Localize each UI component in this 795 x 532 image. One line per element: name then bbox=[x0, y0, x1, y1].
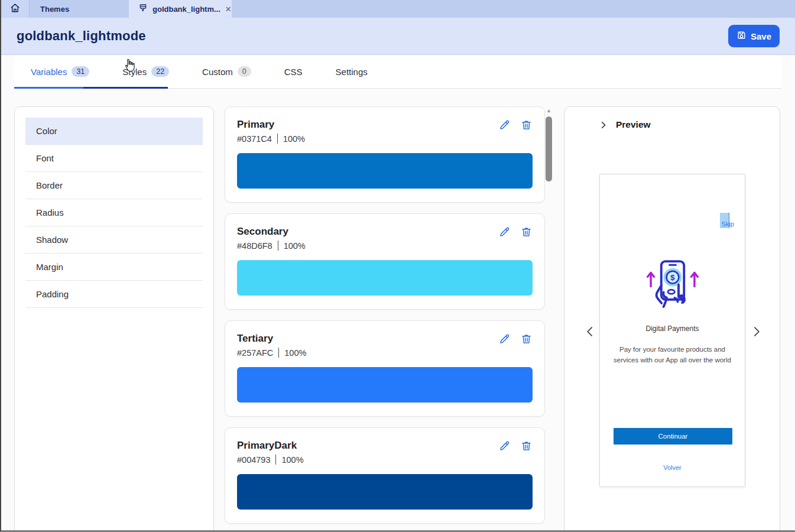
pencil-icon bbox=[498, 445, 511, 454]
edit-color-button[interactable] bbox=[498, 226, 511, 238]
category-item-padding[interactable]: Padding bbox=[25, 281, 203, 308]
tab-variables-label: Variables bbox=[31, 67, 67, 77]
color-opacity: 100% bbox=[284, 241, 306, 251]
page-header: goldbank_lightmode Save bbox=[1, 18, 795, 55]
color-swatch bbox=[237, 260, 533, 296]
category-label: Padding bbox=[36, 289, 69, 299]
color-name: PrimaryDark bbox=[237, 440, 304, 452]
editor-tab-strip: Variables 31 Styles 22 Custom 0 CSS Sett… bbox=[14, 55, 782, 89]
delete-color-button[interactable] bbox=[520, 440, 533, 452]
color-opacity: 100% bbox=[284, 348, 306, 358]
tab-styles[interactable]: Styles 22 bbox=[106, 55, 186, 88]
continuar-button[interactable]: Continuar bbox=[614, 428, 732, 445]
preview-title: Preview bbox=[616, 119, 651, 130]
divider bbox=[278, 348, 279, 358]
color-card-tertiary: Tertiary #257AFC100% bbox=[225, 320, 545, 417]
color-name: Secondary bbox=[237, 226, 306, 238]
tab-settings-label: Settings bbox=[336, 67, 368, 77]
tab-goldbank-lightmode[interactable]: goldbank_lightm... ✕ bbox=[130, 0, 232, 18]
trash-icon bbox=[520, 445, 533, 454]
delete-color-button[interactable] bbox=[520, 226, 533, 238]
category-item-color[interactable]: Color bbox=[25, 118, 203, 145]
browser-tab-bar: Themes goldbank_lightm... ✕ bbox=[1, 0, 795, 18]
preview-phone-screen: Skip $ Digital Payments Pay for your fav… bbox=[599, 174, 745, 487]
paintbrush-icon bbox=[138, 4, 148, 15]
color-swatch bbox=[237, 474, 533, 510]
tab-variables[interactable]: Variables 31 bbox=[14, 55, 106, 88]
skip-link-wrap: Skip bbox=[722, 218, 734, 229]
home-button[interactable] bbox=[1, 0, 30, 18]
active-tab-indicator bbox=[14, 87, 168, 89]
tab-themes[interactable]: Themes bbox=[30, 0, 130, 18]
category-item-shadow[interactable]: Shadow bbox=[25, 226, 203, 254]
category-item-border[interactable]: Border bbox=[25, 172, 203, 199]
style-category-list: Color Font Border Radius Shadow Margin P… bbox=[14, 106, 214, 532]
tab-variables-badge: 31 bbox=[72, 66, 89, 77]
category-label: Font bbox=[36, 153, 54, 163]
color-hex: #257AFC bbox=[237, 348, 273, 358]
save-button[interactable]: Save bbox=[728, 25, 780, 47]
delete-color-button[interactable] bbox=[520, 333, 533, 345]
preview-screen-title: Digital Payments bbox=[600, 325, 745, 333]
color-opacity: 100% bbox=[281, 455, 303, 465]
active-tab-label: goldbank_lightm... bbox=[152, 5, 220, 14]
color-value: #0371C4100% bbox=[237, 134, 305, 144]
edit-color-button[interactable] bbox=[498, 440, 511, 452]
preview-screen-description: Pay for your favourite products and serv… bbox=[612, 345, 733, 366]
save-floppy-icon bbox=[736, 30, 747, 42]
color-name: Tertiary bbox=[237, 333, 306, 345]
category-label: Color bbox=[36, 126, 57, 136]
color-hex: #0371C4 bbox=[237, 134, 272, 144]
color-card-secondary: Secondary #48D6F8100% bbox=[225, 213, 545, 310]
divider bbox=[277, 134, 278, 144]
trash-icon bbox=[520, 338, 533, 347]
color-card-primarydark: PrimaryDark #004793100% bbox=[225, 427, 545, 524]
trash-icon bbox=[520, 231, 533, 240]
category-label: Border bbox=[36, 180, 63, 190]
color-hex: #48D6F8 bbox=[237, 241, 272, 251]
save-button-label: Save bbox=[751, 31, 771, 41]
skip-link[interactable]: Skip bbox=[722, 220, 734, 228]
pencil-icon bbox=[498, 338, 511, 347]
color-opacity: 100% bbox=[283, 134, 305, 144]
color-name: Primary bbox=[237, 119, 305, 131]
edit-color-button[interactable] bbox=[498, 333, 511, 345]
volver-link[interactable]: Volver bbox=[600, 464, 745, 471]
tab-custom-label: Custom bbox=[202, 67, 233, 77]
tab-themes-label: Themes bbox=[40, 5, 69, 14]
vertical-scrollbar[interactable]: ▲ bbox=[546, 108, 552, 532]
carousel-prev-button[interactable] bbox=[584, 325, 596, 339]
close-tab-icon[interactable]: ✕ bbox=[225, 5, 232, 14]
color-swatch bbox=[237, 367, 533, 403]
tab-css-label: CSS bbox=[284, 67, 303, 77]
divider bbox=[275, 455, 276, 465]
color-value: #257AFC100% bbox=[237, 348, 306, 358]
tab-custom-badge: 0 bbox=[238, 66, 251, 77]
trash-icon bbox=[520, 124, 533, 133]
preview-panel: Preview Skip $ bbox=[564, 106, 780, 532]
chevron-right-icon[interactable] bbox=[599, 121, 608, 129]
home-icon bbox=[9, 2, 21, 16]
scrollbar-thumb[interactable] bbox=[546, 116, 552, 181]
color-swatch bbox=[237, 153, 533, 189]
edit-color-button[interactable] bbox=[498, 119, 511, 131]
category-item-radius[interactable]: Radius bbox=[25, 199, 203, 226]
scroll-up-arrow-icon[interactable]: ▲ bbox=[546, 108, 552, 113]
color-cards-column: Primary #0371C4100% Secondary #48D6F8100… bbox=[225, 106, 545, 532]
tab-custom[interactable]: Custom 0 bbox=[186, 55, 268, 88]
tab-styles-badge: 22 bbox=[151, 66, 169, 77]
pencil-icon bbox=[498, 124, 511, 133]
category-label: Shadow bbox=[36, 235, 68, 245]
category-label: Radius bbox=[36, 207, 64, 218]
digital-payments-illustration: $ bbox=[643, 257, 702, 316]
delete-color-button[interactable] bbox=[520, 119, 533, 131]
category-label: Margin bbox=[36, 262, 63, 272]
page-title: goldbank_lightmode bbox=[17, 28, 146, 44]
color-card-primary: Primary #0371C4100% bbox=[225, 106, 545, 203]
tab-css[interactable]: CSS bbox=[268, 55, 319, 88]
category-item-font[interactable]: Font bbox=[25, 145, 203, 172]
svg-text:$: $ bbox=[670, 273, 675, 282]
carousel-next-button[interactable] bbox=[750, 325, 762, 339]
tab-settings[interactable]: Settings bbox=[319, 55, 384, 88]
category-item-margin[interactable]: Margin bbox=[25, 254, 203, 281]
